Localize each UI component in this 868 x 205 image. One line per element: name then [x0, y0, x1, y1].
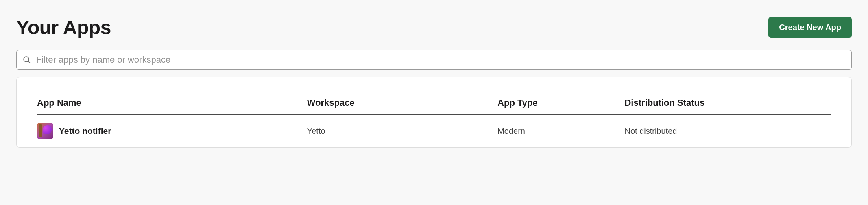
- search-icon: [22, 55, 31, 64]
- column-header-workspace: Workspace: [307, 98, 497, 114]
- app-type-cell: Modern: [497, 115, 624, 147]
- column-header-distribution-status: Distribution Status: [624, 98, 831, 114]
- search-container[interactable]: [16, 50, 852, 70]
- svg-line-1: [28, 61, 30, 63]
- column-header-app-type: App Type: [497, 98, 624, 114]
- search-input[interactable]: [36, 55, 846, 65]
- page-title: Your Apps: [16, 16, 111, 39]
- distribution-status-cell: Not distributed: [624, 115, 831, 147]
- create-new-app-button[interactable]: Create New App: [768, 17, 852, 38]
- table-row[interactable]: Yetto notifier Yetto Modern Not distribu…: [37, 115, 831, 147]
- svg-point-0: [24, 57, 29, 62]
- workspace-cell: Yetto: [307, 115, 497, 147]
- apps-table-card: App Name Workspace App Type Distribution…: [16, 77, 852, 148]
- apps-table: App Name Workspace App Type Distribution…: [37, 98, 831, 147]
- app-name-label: Yetto notifier: [59, 126, 111, 136]
- column-header-app-name: App Name: [37, 98, 307, 114]
- app-icon: [37, 123, 53, 139]
